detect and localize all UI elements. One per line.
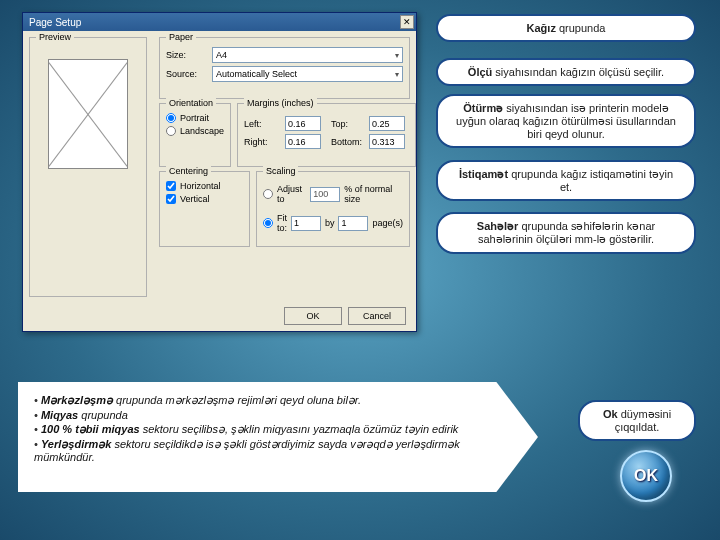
horizontal-checkbox[interactable]: Horizontal [166,181,243,191]
callout-size: Ölçü siyahısından kağızın ölçüsü seçilir… [436,58,696,86]
source-select[interactable]: Automatically Select [212,66,403,82]
orientation-group: Orientation Portrait Landscape [159,103,231,167]
fit-by-label: by [325,218,335,228]
callout-ok: Ok düyməsini çıqqıldat. [578,400,696,441]
bottom-label: Bottom: [331,137,363,147]
ok-button[interactable]: OK [284,307,342,325]
adjust-radio[interactable]: Adjust to [263,184,306,204]
close-icon[interactable]: ✕ [400,15,414,29]
adjust-suffix: % of normal size [344,184,403,204]
notes-box: Mərkəzləşmə qrupunda mərkəzləşmə rejimlə… [18,382,538,492]
left-input[interactable] [285,116,321,131]
centering-group: Centering Horizontal Vertical [159,171,250,247]
fit-radio[interactable]: Fit to: [263,213,287,233]
right-input[interactable] [285,134,321,149]
orientation-label: Orientation [166,98,216,108]
paper-label: Paper [166,32,196,42]
ok-icon: OK [620,450,672,502]
centering-label: Centering [166,166,211,176]
right-label: Right: [244,137,279,147]
landscape-radio[interactable]: Landscape [166,126,224,136]
note-centering: Mərkəzləşmə qrupunda mərkəzləşmə rejimlə… [34,394,522,407]
titlebar[interactable]: Page Setup ✕ [23,13,416,31]
margins-label: Margins (inches) [244,98,317,108]
fit-h-input[interactable] [338,216,368,231]
note-fit: Yerləşdirmək sektoru seçildikdə isə şəkl… [34,438,522,463]
paper-group: Paper Size: A4 Source: Automatically Sel… [159,37,410,99]
note-scale: Miqyas qrupunda [34,409,522,421]
page-setup-dialog: Page Setup ✕ Preview Paper Size: A4 Sour… [22,12,417,332]
callout-source: Ötürmə siyahısından isə printerin modelə… [436,94,696,148]
note-100: 100 % təbii miqyas sektoru seçilibsə, şə… [34,423,522,436]
preview-group: Preview [29,37,147,297]
dialog-title: Page Setup [29,17,81,28]
size-label: Size: [166,50,206,60]
portrait-radio[interactable]: Portrait [166,113,224,123]
fit-w-input[interactable] [291,216,321,231]
adjust-input[interactable] [310,187,340,202]
top-input[interactable] [369,116,405,131]
callout-paper: Kağız qrupunda [436,14,696,42]
callout-margins: Sahələr qrupunda səhifələrin kənar sahəl… [436,212,696,254]
scaling-label: Scaling [263,166,299,176]
bottom-input[interactable] [369,134,405,149]
fit-suffix: page(s) [372,218,403,228]
source-label: Source: [166,69,206,79]
top-label: Top: [331,119,363,129]
preview-label: Preview [36,32,74,42]
vertical-checkbox[interactable]: Vertical [166,194,243,204]
size-select[interactable]: A4 [212,47,403,63]
scaling-group: Scaling Adjust to % of normal size Fit t… [256,171,410,247]
margins-group: Margins (inches) Left: Top: Right: Botto… [237,103,416,167]
callout-orientation: İstiqamət qrupunda kağız istiqamətini tə… [436,160,696,201]
preview-image [48,59,128,169]
left-label: Left: [244,119,279,129]
cancel-button[interactable]: Cancel [348,307,406,325]
